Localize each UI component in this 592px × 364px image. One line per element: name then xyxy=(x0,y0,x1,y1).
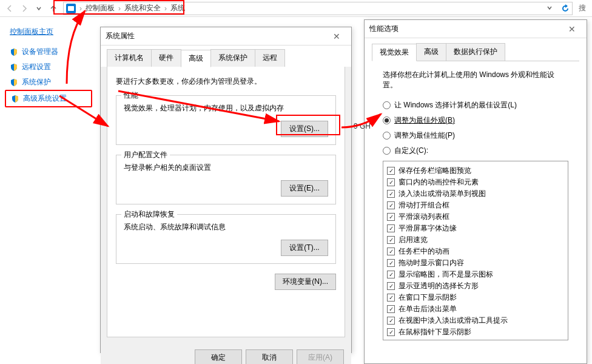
check-label: 显示缩略图，而不是显示图标 xyxy=(399,269,493,280)
dialog-titlebar: 性能选项 ✕ xyxy=(365,20,587,38)
tab-content: 要进行大多数更改，你必须作为管理员登录。 性能 视觉效果，处理器计划，内存使用，… xyxy=(107,67,345,337)
check-item[interactable]: 任务栏中的动画 xyxy=(387,246,564,257)
user-profiles-settings-button[interactable]: 设置(E)... xyxy=(281,180,328,197)
check-item[interactable]: 拖动时显示窗口内容 xyxy=(387,257,564,269)
check-item[interactable]: 保存任务栏缩略图预览 xyxy=(387,165,564,177)
shield-icon xyxy=(10,63,18,72)
check-label: 平滑滚动列表框 xyxy=(399,212,449,222)
check-item[interactable]: 在单击后淡出菜单 xyxy=(387,303,564,315)
tab-system-protection[interactable]: 系统保护 xyxy=(210,49,255,67)
checkbox-icon xyxy=(387,340,395,340)
check-item[interactable]: 在视图中淡入淡出或滑动工具提示 xyxy=(387,315,564,326)
close-button[interactable]: ✕ xyxy=(327,32,346,41)
tab-advanced[interactable]: 高级 xyxy=(416,43,446,61)
sidebar-item-remote-settings[interactable]: 远程设置 xyxy=(5,59,92,75)
check-item[interactable]: 在窗口下显示阴影 xyxy=(387,292,564,303)
up-button[interactable] xyxy=(46,1,61,16)
check-item[interactable]: 窗口内的动画控件和元素 xyxy=(387,177,564,188)
check-item[interactable]: 显示缩略图，而不是显示图标 xyxy=(387,269,564,280)
check-item[interactable]: 平滑滚动列表框 xyxy=(387,211,564,223)
check-item[interactable]: 在鼠标指针下显示阴影 xyxy=(387,326,564,338)
shield-icon xyxy=(10,78,18,87)
check-item[interactable]: 在桌面上为图标标签使用阴影 xyxy=(387,338,564,340)
shield-icon xyxy=(11,95,19,103)
checkbox-icon xyxy=(387,236,395,244)
check-label: 在桌面上为图标标签使用阴影 xyxy=(399,339,493,340)
refresh-button[interactable] xyxy=(559,2,572,15)
checkbox-icon xyxy=(387,248,395,255)
close-button[interactable]: ✕ xyxy=(562,24,582,34)
tab-hardware[interactable]: 硬件 xyxy=(151,49,181,67)
group-desc: 与登录帐户相关的桌面设置 xyxy=(124,163,328,173)
check-item[interactable]: 平滑屏幕字体边缘 xyxy=(387,223,564,234)
check-label: 淡入淡出或滑动菜单到视图 xyxy=(399,189,486,199)
startup-recovery-group: 启动和故障恢复 系统启动、系统故障和调试信息 设置(T)... xyxy=(116,214,336,264)
checkbox-icon xyxy=(387,282,395,290)
checkbox-icon xyxy=(387,224,395,232)
forward-button[interactable] xyxy=(17,1,32,16)
tab-visual-effects[interactable]: 视觉效果 xyxy=(372,44,417,61)
sidebar-item-system-protection[interactable]: 系统保护 xyxy=(5,75,92,90)
radio-icon xyxy=(383,101,391,109)
dialog-titlebar: 系统属性 ✕ xyxy=(101,27,351,46)
dialog-title-text: 系统属性 xyxy=(106,31,135,41)
checkbox-icon xyxy=(387,317,395,325)
breadcrumb-item[interactable]: 系统和安全 xyxy=(122,3,163,13)
checkbox-icon xyxy=(387,213,395,221)
check-item[interactable]: 滑动打开组合框 xyxy=(387,200,564,211)
check-label: 窗口内的动画控件和元素 xyxy=(399,177,479,187)
tab-bar: 视觉效果 高级 数据执行保护 xyxy=(365,38,587,61)
check-label: 滑动打开组合框 xyxy=(399,200,449,211)
system-properties-dialog: 系统属性 ✕ 计算机名 硬件 高级 系统保护 远程 要进行大多数更改，你必须作为… xyxy=(100,27,352,353)
check-item[interactable]: 显示亚透明的选择长方形 xyxy=(387,280,564,292)
tab-computer-name[interactable]: 计算机名 xyxy=(107,49,152,67)
group-desc: 视觉效果，处理器计划，内存使用，以及虚拟内存 xyxy=(124,103,328,113)
ok-button[interactable]: 确定 xyxy=(195,349,242,364)
control-panel-home-link[interactable]: 控制面板主页 xyxy=(5,24,92,39)
sidebar-item-device-manager[interactable]: 设备管理器 xyxy=(5,44,92,59)
check-item[interactable]: 启用速览 xyxy=(387,234,564,246)
group-desc: 系统启动、系统故障和调试信息 xyxy=(124,222,328,232)
radio-icon xyxy=(383,132,391,140)
checkbox-icon xyxy=(387,167,395,175)
check-label: 在视图中淡入淡出或滑动工具提示 xyxy=(399,315,508,326)
cpu-speed-fragment: 9 GH xyxy=(354,122,371,130)
checkbox-icon xyxy=(387,190,395,198)
cancel-button[interactable]: 取消 xyxy=(246,349,293,364)
radio-let-windows-choose[interactable]: 让 Windows 选择计算机的最佳设置(L) xyxy=(383,100,568,110)
check-label: 在窗口下显示阴影 xyxy=(399,292,457,303)
apply-button[interactable]: 应用(A) xyxy=(297,349,344,364)
check-label: 任务栏中的动画 xyxy=(399,246,449,257)
checkbox-icon xyxy=(387,305,395,313)
breadcrumb-dropdown[interactable] xyxy=(543,4,556,13)
performance-settings-button[interactable]: 设置(S)... xyxy=(281,121,328,137)
chevron-right-icon: › xyxy=(117,4,122,13)
recent-dropdown[interactable] xyxy=(32,1,46,16)
radio-best-appearance[interactable]: 调整为最佳外观(B) xyxy=(383,115,568,126)
sidebar-item-advanced-system-settings[interactable]: 高级系统设置 xyxy=(5,90,92,107)
dialog-button-row: 确定 取消 应用(A) xyxy=(101,343,351,364)
search-button[interactable]: 搜 xyxy=(575,3,590,13)
check-item[interactable]: 淡入淡出或滑动菜单到视图 xyxy=(387,188,564,200)
tab-advanced[interactable]: 高级 xyxy=(181,50,211,67)
effects-checklist: 保存任务栏缩略图预览窗口内的动画控件和元素淡入淡出或滑动菜单到视图滑动打开组合框… xyxy=(383,161,568,340)
shield-icon xyxy=(10,48,18,56)
checkbox-icon xyxy=(387,271,395,278)
chevron-right-icon: › xyxy=(78,4,83,13)
checkbox-icon xyxy=(387,259,395,267)
checkbox-icon xyxy=(387,201,395,209)
check-label: 拖动时显示窗口内容 xyxy=(399,258,464,268)
breadcrumb-item[interactable]: 控制面板 xyxy=(83,3,117,13)
radio-best-performance[interactable]: 调整为最佳性能(P) xyxy=(383,130,568,141)
radio-custom[interactable]: 自定义(C): xyxy=(383,146,568,156)
tab-bar: 计算机名 硬件 高级 系统保护 远程 xyxy=(101,46,351,67)
performance-options-dialog: 性能选项 ✕ 视觉效果 高级 数据执行保护 选择你想在此计算机上使用的 Wind… xyxy=(364,19,587,364)
startup-settings-button[interactable]: 设置(T)... xyxy=(281,240,328,256)
check-label: 显示亚透明的选择长方形 xyxy=(399,281,479,291)
back-button[interactable] xyxy=(2,1,17,16)
breadcrumb-item[interactable]: 系统 xyxy=(168,3,187,13)
tab-dep[interactable]: 数据执行保护 xyxy=(446,43,505,61)
environment-variables-button[interactable]: 环境变量(N)... xyxy=(275,274,336,290)
tab-remote[interactable]: 远程 xyxy=(255,49,285,67)
breadcrumb[interactable]: › 控制面板 › 系统和安全 › 系统 xyxy=(63,2,573,15)
